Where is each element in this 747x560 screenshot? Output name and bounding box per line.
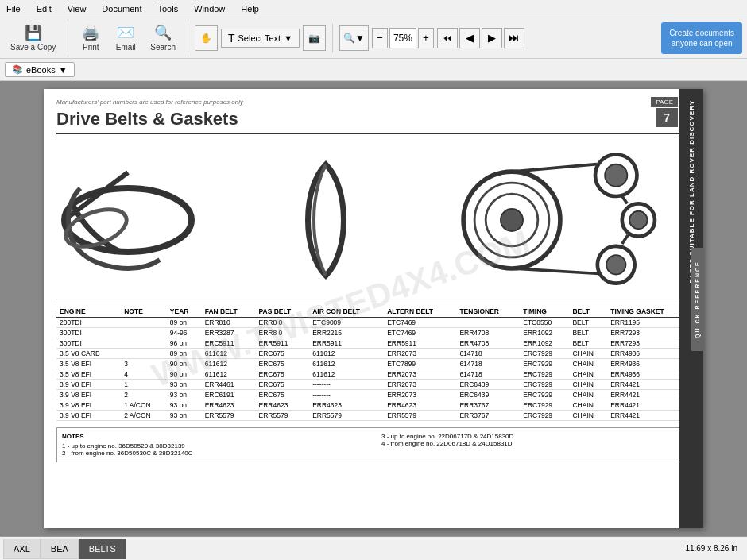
table-cell: ERR4936 (607, 349, 691, 359)
first-page-button[interactable]: ⏮ (437, 28, 458, 48)
table-cell: CHAIN (569, 411, 607, 421)
snapshot-button[interactable]: 📷 (303, 25, 326, 51)
table-cell: 614718 (456, 359, 520, 369)
col-note: NOTE (121, 306, 167, 318)
prev-page-button[interactable]: ◀ (459, 28, 480, 48)
belt-illustration-1 (56, 156, 199, 284)
svg-point-12 (606, 255, 625, 274)
table-cell: ERC5911 (202, 338, 256, 349)
table-cell: ERR3767 (456, 400, 520, 411)
svg-line-16 (622, 234, 629, 243)
table-cell: ERR5911 (384, 338, 456, 349)
table-cell: ERR2073 (384, 380, 456, 390)
table-cell: ERR7293 (607, 338, 691, 349)
document-page: WWW.TWISTED4X4.COM Manufacturers' part n… (44, 89, 703, 528)
table-cell: ERC7929 (520, 359, 569, 369)
table-cell: 3.5 V8 CARB (56, 349, 121, 359)
hand-icon: ✋ (200, 33, 212, 44)
menu-document[interactable]: Document (99, 2, 145, 15)
main-content-area: WWW.TWISTED4X4.COM Manufacturers' part n… (0, 81, 747, 536)
table-cell: 300TDI (56, 328, 121, 338)
table-cell: -------- (309, 390, 384, 400)
table-row: 3.9 V8 EFI293 onERC6191ERC675--------ERR… (56, 390, 691, 400)
table-cell (121, 328, 167, 338)
table-cell: 3.9 V8 EFI (56, 400, 121, 411)
table-cell: ERR5579 (256, 411, 310, 421)
table-cell: -------- (309, 380, 384, 390)
zoom-icon: 🔍 (343, 33, 355, 44)
table-cell: BELT (569, 328, 607, 338)
table-cell: ERR1195 (607, 318, 691, 328)
next-page-button[interactable]: ▶ (482, 28, 502, 48)
ebooks-button[interactable]: 📚 eBooks ▼ (5, 62, 75, 77)
zoom-in-button-plus[interactable]: + (418, 28, 434, 48)
table-cell: 90 on (167, 369, 202, 380)
table-cell: ERR3767 (456, 411, 520, 421)
create-docs-button[interactable]: Create documents anyone can open (661, 22, 742, 54)
ebooks-dropdown-icon: ▼ (59, 65, 68, 75)
menu-file[interactable]: File (3, 2, 24, 15)
tab-axl[interactable]: AXL (3, 539, 41, 559)
table-cell: ERR1092 (520, 338, 569, 349)
col-engine: ENGINE (56, 306, 121, 318)
table-cell: ERR4623 (309, 400, 384, 411)
table-row: 3.9 V8 EFI193 onERR4461ERC675--------ERR… (56, 380, 691, 390)
tab-bea[interactable]: BEA (41, 539, 79, 559)
table-cell: CHAIN (569, 400, 607, 411)
table-cell: BELT (569, 318, 607, 328)
table-cell: ERR4708 (456, 338, 520, 349)
table-cell: ETC7899 (384, 359, 456, 369)
page-label: PAGE (651, 97, 678, 107)
zoom-in-button[interactable]: 🔍 ▼ (339, 25, 369, 51)
table-cell: ERR2215 (309, 328, 384, 338)
col-timing-gasket: TIMING GASKET (607, 306, 691, 318)
zoom-out-button[interactable]: − (372, 28, 388, 48)
table-cell: 1 (121, 380, 167, 390)
table-cell: ERR5579 (309, 411, 384, 421)
zoom-dropdown-icon: ▼ (355, 33, 365, 44)
table-cell: ERR4623 (202, 400, 256, 411)
search-button[interactable]: 🔍 Search (145, 21, 181, 56)
col-fan-belt: FAN BELT (202, 306, 256, 318)
menu-edit[interactable]: Edit (33, 2, 55, 15)
menu-view[interactable]: View (64, 2, 90, 15)
select-text-button[interactable]: T Select Text ▼ (221, 29, 300, 48)
tab-belts[interactable]: BELTS (79, 539, 126, 559)
col-belt: BELT (569, 306, 607, 318)
table-header-row: ENGINE NOTE YEAR FAN BELT PAS BELT AIR C… (56, 306, 691, 318)
menu-help[interactable]: Help (238, 2, 262, 15)
table-cell: ERR2073 (384, 369, 456, 380)
table-cell: ERC675 (256, 349, 310, 359)
hand-tool-button[interactable]: ✋ (195, 25, 218, 51)
table-cell: 614718 (456, 369, 520, 380)
email-button[interactable]: ✉️ Email (110, 21, 141, 56)
menu-window[interactable]: Window (191, 2, 228, 15)
table-cell: 611612 (309, 369, 384, 380)
note-2: 2 - from engine no. 36D50530C & 38D32140… (62, 450, 366, 457)
belt-illustration-2 (286, 156, 366, 284)
table-cell: ERR4936 (607, 359, 691, 369)
text-cursor-icon: T (228, 32, 235, 44)
table-cell: 3 (121, 359, 167, 369)
table-cell (121, 349, 167, 359)
table-cell: ERR4421 (607, 400, 691, 411)
disclaimer-text: Manufacturers' part numbers are used for… (56, 98, 691, 106)
page-title: Drive Belts & Gaskets (56, 109, 691, 134)
menu-bar: File Edit View Document Tools Window Hel… (0, 0, 747, 17)
table-cell: ETC7469 (384, 318, 456, 328)
table-cell: 200TDI (56, 318, 121, 328)
notes-left: NOTES 1 - up to engine no. 36D50529 & 38… (62, 433, 366, 457)
table-cell: ERR2073 (384, 349, 456, 359)
print-button[interactable]: 🖨️ Print (75, 21, 106, 56)
email-icon: ✉️ (117, 24, 134, 41)
separator-2 (188, 24, 188, 52)
table-cell: ERR4936 (607, 369, 691, 380)
menu-tools[interactable]: Tools (155, 2, 182, 15)
table-cell: 611612 (202, 369, 256, 380)
last-page-button[interactable]: ⏭ (504, 28, 524, 48)
page-number: 7 (656, 108, 678, 127)
table-row: 3.5 V8 CARB89 on611612ERC675611612ERR207… (56, 349, 691, 359)
table-cell: 93 on (167, 380, 202, 390)
save-copy-button[interactable]: 💾 Save a Copy (5, 21, 61, 56)
col-timing: TIMING (520, 306, 569, 318)
